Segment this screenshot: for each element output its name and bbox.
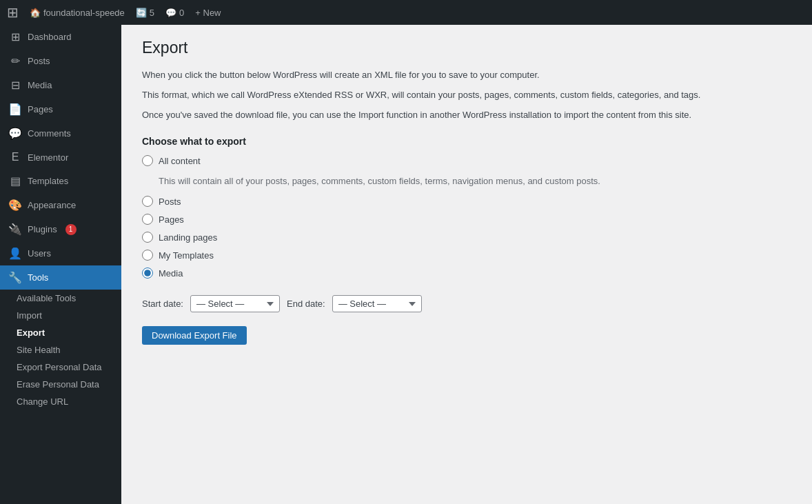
start-date-label: Start date: [142,299,183,309]
date-row: Start date: — Select — End date: — Selec… [142,295,791,312]
templates-icon: ▤ [8,174,22,188]
end-date-label: End date: [287,299,325,309]
radio-label-posts: Posts [159,196,181,207]
start-date-select[interactable]: — Select — [190,295,280,312]
sidebar-item-plugins[interactable]: 🔌 Plugins 1 [0,217,121,241]
main-content: Export When you click the button below W… [121,25,812,504]
radio-label-my-templates: My Templates [159,250,214,261]
sidebar-item-elementor[interactable]: E Elementor [0,145,121,169]
site-name[interactable]: 🏠 foundational-speede [30,8,125,18]
sidebar-item-users[interactable]: 👤 Users [0,241,121,265]
radio-input-pages[interactable] [142,214,153,225]
plugins-badge: 1 [65,224,77,235]
pages-icon: 📄 [8,103,22,116]
radio-my-templates[interactable]: My Templates [142,250,791,261]
radio-label-landing-pages: Landing pages [159,232,217,243]
posts-icon: ✏ [8,54,22,68]
sidebar-subitem-available-tools[interactable]: Available Tools [0,290,121,307]
sidebar-label: Tools [28,272,48,283]
sidebar-label: Plugins [28,224,57,234]
all-content-description: This will contain all of your posts, pag… [159,176,791,186]
sidebar-item-posts[interactable]: ✏ Posts [0,49,121,73]
sidebar-item-appearance[interactable]: 🎨 Appearance [0,193,121,217]
sidebar-item-tools[interactable]: 🔧 Tools [0,265,121,290]
radio-input-landing-pages[interactable] [142,232,153,243]
sidebar-label: Dashboard [28,32,72,42]
page-title: Export [142,39,791,57]
elementor-icon: E [8,151,22,163]
sidebar-label: Media [28,80,52,90]
sidebar-item-dashboard[interactable]: ⊞ Dashboard [0,25,121,49]
topbar: ⊞ 🏠 foundational-speede 🔄 5 💬 0 + New [0,0,812,25]
description-3: Once you've saved the download file, you… [142,108,791,123]
appearance-icon: 🎨 [8,199,22,212]
sidebar-label: Users [28,248,51,259]
end-date-select[interactable]: — Select — [332,295,422,312]
export-options: All content This will contain all of you… [142,155,791,312]
radio-input-media[interactable] [142,268,153,279]
radio-label-all-content: All content [159,156,201,166]
radio-all-content[interactable]: All content [142,155,791,166]
sidebar-label: Appearance [28,200,76,210]
sidebar-label: Elementor [28,152,68,163]
sidebar-label: Posts [28,56,50,66]
sidebar-subitem-site-health[interactable]: Site Health [0,341,121,359]
sidebar-item-templates[interactable]: ▤ Templates [0,169,121,193]
radio-posts[interactable]: Posts [142,196,791,207]
sidebar-item-pages[interactable]: 📄 Pages [0,97,121,121]
dashboard-icon: ⊞ [8,30,22,43]
radio-landing-pages[interactable]: Landing pages [142,232,791,243]
updates-item[interactable]: 🔄 5 [136,8,154,18]
sidebar-subitem-import[interactable]: Import [0,307,121,324]
sidebar-subitem-erase-personal-data[interactable]: Erase Personal Data [0,376,121,393]
sidebar-subitem-export[interactable]: Export [0,324,121,341]
download-export-file-button[interactable]: Download Export File [142,326,247,345]
new-item[interactable]: + New [195,8,221,18]
comments-icon: 💬 [8,127,22,140]
plugins-icon: 🔌 [8,223,22,236]
section-title: Choose what to export [142,136,791,147]
sidebar-subitem-change-url[interactable]: Change URL [0,393,121,410]
radio-input-my-templates[interactable] [142,250,153,261]
sidebar-item-comments[interactable]: 💬 Comments [0,121,121,145]
radio-media[interactable]: Media [142,268,791,279]
sidebar-label: Templates [28,176,68,186]
wordpress-logo[interactable]: ⊞ [7,4,19,21]
description-1: When you click the button below WordPres… [142,68,791,83]
description-2: This format, which we call WordPress eXt… [142,88,791,103]
sidebar-subitem-export-personal-data[interactable]: Export Personal Data [0,359,121,376]
tools-icon: 🔧 [8,271,22,284]
sidebar: ⊞ Dashboard ✏ Posts ⊟ Media 📄 Pages 💬 Co… [0,25,121,504]
radio-label-pages: Pages [159,214,184,225]
media-icon: ⊟ [8,79,22,92]
comments-icon: 💬 [165,8,176,18]
radio-pages[interactable]: Pages [142,214,791,225]
radio-input-all-content[interactable] [142,155,153,166]
updates-icon: 🔄 [136,8,147,18]
sidebar-label: Pages [28,104,53,114]
comments-item[interactable]: 💬 0 [165,8,184,18]
users-icon: 👤 [8,247,22,260]
radio-label-media: Media [159,268,183,279]
sidebar-item-media[interactable]: ⊟ Media [0,73,121,97]
home-icon: 🏠 [30,8,41,18]
radio-input-posts[interactable] [142,196,153,207]
sidebar-label: Comments [28,128,71,139]
